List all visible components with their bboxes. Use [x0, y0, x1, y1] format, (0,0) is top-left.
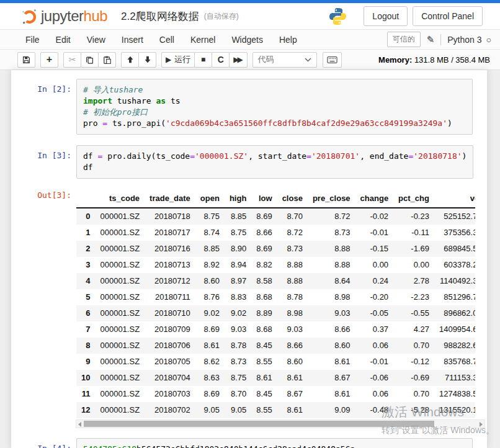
table-cell: 8.88 — [277, 257, 308, 273]
code-input-2[interactable]: # 导入tushareimport tushare as ts# 初始化pro接… — [76, 79, 473, 135]
table-cell: -0.15 — [355, 241, 394, 257]
table-cell: 1140492.31 — [434, 273, 475, 289]
code-line: # 初始化pro接口 — [83, 107, 466, 118]
save-button[interactable] — [17, 52, 35, 68]
paste-cell-button[interactable] — [98, 52, 116, 68]
scrollbar-thumb[interactable] — [84, 421, 434, 427]
menu-kernel[interactable]: Kernel — [182, 31, 223, 48]
table-cell: 8.60 — [277, 354, 308, 370]
table-cell: -0.06 — [355, 370, 394, 386]
logout-button[interactable]: Logout — [364, 6, 408, 26]
trusted-badge[interactable]: 可信的 — [387, 32, 421, 47]
move-cell-up-button[interactable] — [121, 52, 139, 68]
table-cell: 9.02 — [195, 305, 225, 321]
table-cell: 988282.69 — [434, 338, 475, 354]
table-row: 8000001.SZ201807068.618.788.458.668.600.… — [76, 338, 475, 354]
table-cell: 8.78 — [277, 289, 308, 305]
column-header: trade_date — [145, 190, 195, 208]
code-cell-4: In [4]: 5404795e618b564573e6bbfd1803e940… — [11, 438, 487, 448]
table-cell: -2.23 — [393, 289, 434, 305]
table-cell: 8.73 — [308, 225, 355, 241]
table-cell: 0.24 — [355, 273, 394, 289]
restart-run-all-button[interactable]: ▶▶ — [229, 52, 247, 68]
insert-cell-button[interactable]: + — [40, 52, 58, 68]
keyboard-icon — [327, 56, 337, 63]
menu-widgets[interactable]: Widgets — [223, 31, 271, 48]
move-cell-down-button[interactable] — [138, 52, 156, 68]
run-label: 运行 — [174, 54, 190, 65]
notebook-page-background: In [2]: # 导入tushareimport tushare as ts#… — [0, 70, 500, 448]
table-cell: 000001.SZ — [95, 402, 145, 418]
command-palette-button[interactable] — [323, 52, 342, 68]
table-row: 2000001.SZ201807168.858.908.698.738.88-0… — [76, 241, 475, 257]
menu-view[interactable]: View — [79, 31, 114, 48]
jupyterhub-logo[interactable]: jupyterhub — [21, 7, 107, 25]
notebook-title[interactable]: 2.2爬取网络数据 — [121, 9, 199, 24]
menu-insert[interactable]: Insert — [114, 31, 151, 48]
cell-type-select[interactable]: 代码 — [252, 52, 317, 68]
table-cell: 8.67 — [308, 370, 355, 386]
table-row: 11000001.SZ201807038.698.708.458.678.610… — [76, 386, 475, 402]
table-cell: 8.97 — [225, 273, 251, 289]
code-input-3[interactable]: df = pro.daily(ts_code='000001.SZ', star… — [76, 145, 473, 179]
table-cell: -0.05 — [355, 305, 394, 321]
table-row: 7000001.SZ201807098.699.038.689.038.660.… — [76, 321, 475, 338]
run-cell-button[interactable]: ▶ 运行 — [161, 52, 195, 68]
table-cell: 0.37 — [355, 321, 394, 338]
code-cell-3: In [3]: df = pro.daily(ts_code='000001.S… — [11, 145, 487, 179]
play-icon: ▶ — [166, 56, 171, 63]
arrow-down-icon — [144, 56, 151, 63]
menu-cell[interactable]: Cell — [151, 31, 182, 48]
table-cell: 835768.77 — [434, 354, 475, 370]
horizontal-scrollbar[interactable] — [76, 419, 485, 428]
memory-label: Memory: — [378, 55, 412, 65]
table-cell: 9.03 — [225, 321, 251, 338]
input-prompt-3: In [3]: — [11, 145, 76, 160]
table-cell: 8.60 — [195, 273, 225, 289]
column-header — [76, 190, 95, 208]
table-cell: 603378.21 — [434, 257, 475, 273]
chevron-down-icon — [305, 58, 311, 62]
table-row: 1000001.SZ201807178.748.758.668.728.73-0… — [76, 225, 475, 241]
table-cell: 9.05 — [225, 402, 251, 418]
table-cell: 896862.02 — [434, 305, 475, 321]
row-index: 7 — [76, 321, 95, 338]
cut-cell-button[interactable]: ✂ — [63, 52, 81, 68]
row-index: 1 — [76, 225, 95, 241]
restart-kernel-button[interactable]: C — [212, 52, 230, 68]
control-panel-button[interactable]: Control Panel — [413, 6, 483, 26]
table-cell: 8.83 — [225, 289, 251, 305]
table-cell: -0.01 — [355, 354, 394, 370]
copy-icon — [86, 56, 94, 64]
table-row: 0000001.SZ201807188.758.858.698.708.72-0… — [76, 208, 475, 225]
table-cell: 8.82 — [251, 257, 277, 273]
table-cell: 8.70 — [225, 386, 251, 402]
menu-edit[interactable]: Edit — [48, 31, 79, 48]
table-cell: 8.73 — [277, 241, 308, 257]
table-cell: 9.05 — [195, 402, 225, 418]
table-cell: 8.69 — [195, 386, 225, 402]
table-cell: 20180717 — [145, 225, 195, 241]
table-cell: 8.69 — [251, 241, 277, 257]
table-cell: 8.75 — [225, 225, 251, 241]
menu-file[interactable]: File — [17, 31, 48, 48]
table-cell: 0.00 — [393, 257, 434, 273]
interrupt-kernel-button[interactable]: ■ — [194, 52, 212, 68]
table-cell: -0.23 — [393, 208, 434, 225]
column-header: low — [251, 190, 277, 208]
table-cell: -0.02 — [355, 208, 394, 225]
table-cell: 0.00 — [355, 257, 394, 273]
table-cell: 8.90 — [225, 241, 251, 257]
table-cell: 000001.SZ — [95, 257, 145, 273]
memory-indicator: Memory: 131.8 MB / 358.4 MB — [378, 55, 491, 65]
code-line: # 导入tushare — [83, 84, 466, 96]
table-cell: 851296.70 — [434, 289, 475, 305]
column-header: open — [195, 190, 225, 208]
copy-cell-button[interactable] — [81, 52, 99, 68]
table-cell: 8.55 — [251, 402, 277, 418]
table-cell: 9.03 — [308, 305, 355, 321]
menu-help[interactable]: Help — [271, 31, 305, 48]
paste-icon — [103, 56, 111, 64]
table-cell: 689845.58 — [434, 241, 475, 257]
code-input-4[interactable]: 5404795e618b564573e6bbfd1803e940b144c6cd… — [76, 438, 473, 448]
